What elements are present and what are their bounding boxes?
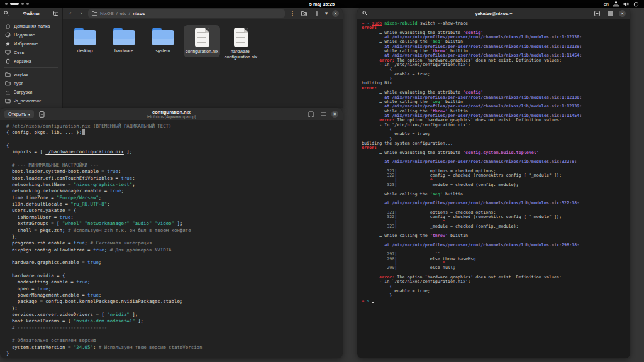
breadcrumb[interactable]: NixOS / etc / nixos	[88, 9, 285, 18]
new-tab-icon[interactable]	[38, 111, 47, 118]
open-button[interactable]: Открыть ▾	[4, 110, 34, 118]
new-tab-icon[interactable]	[592, 9, 601, 17]
forward-button[interactable]: ›	[77, 10, 85, 16]
code-line: - In `/etc/nixos/configuration.nix':	[362, 123, 630, 128]
breadcrumb-root[interactable]: NixOS	[100, 11, 114, 16]
hamburger-menu-icon[interactable]	[319, 111, 328, 118]
code-line: isNormalUser = true;	[6, 214, 343, 221]
code-line: # --- МИНИМАЛЬНЫЕ НАСТРОЙКИ ---	[6, 162, 343, 168]
volume-icon	[623, 1, 629, 7]
code-line: package = config.boot.kernelPackages.nvi…	[6, 299, 343, 305]
code-line: → ~ sudo nixos-rebuild switch --show-tra…	[362, 21, 630, 26]
code-line: system.stateVersion = "24.05"; # Использ…	[6, 344, 343, 351]
code-line: {	[6, 143, 343, 149]
code-line: services.xserver.videoDrivers = [ "nvidi…	[6, 312, 343, 318]
code-line: # --------------------------------	[6, 325, 343, 331]
close-button[interactable]: ✕	[619, 10, 626, 17]
sidebar-item-label: Сеть	[14, 50, 24, 55]
sidebar-item[interactable]: waybar	[3, 70, 60, 79]
file-tile[interactable]: hardware	[106, 25, 142, 57]
back-button[interactable]: ‹	[67, 10, 74, 16]
sidebar-item[interactable]: Избранные	[3, 39, 60, 48]
sidebar-item-label: Корзина	[14, 58, 31, 64]
breadcrumb-current[interactable]: nixos	[133, 11, 145, 16]
file-label: configuration.nix	[186, 48, 218, 54]
search-icon[interactable]	[362, 9, 368, 17]
file-tile[interactable]: system	[145, 25, 181, 57]
breadcrumb-etc[interactable]: etc	[120, 11, 126, 16]
sidebar-item-label: waybar	[14, 72, 29, 77]
sidebar-item-label: hypr	[14, 80, 23, 86]
code-line	[6, 156, 343, 162]
code-line: 323| _module = checked (config._module);	[362, 224, 630, 229]
kebab-menu-icon[interactable]: ⋮	[288, 9, 297, 17]
file-grid: desktophardwaresystemconfiguration.nixha…	[63, 19, 343, 108]
code-line: time.timeZone = "Europe/Warsaw";	[6, 195, 343, 201]
terminal-output[interactable]: → ~ sudo nixos-rebuild switch --show-tra…	[357, 19, 630, 358]
folder-icon	[152, 28, 174, 45]
network-icon	[613, 1, 619, 7]
close-button[interactable]: ✕	[331, 111, 338, 118]
code-line: powerManagement.enable = true;	[6, 292, 343, 299]
sidebar-item[interactable]: Корзина	[3, 57, 60, 65]
text-file-icon	[234, 28, 248, 47]
clock[interactable]: 5 maj 15:25	[309, 1, 335, 7]
code-line: hardware.nvidia = {	[6, 273, 343, 279]
tabs-overview-icon[interactable]	[606, 9, 614, 17]
workspace-dot[interactable]	[5, 3, 8, 5]
close-button[interactable]: ✕	[332, 10, 339, 17]
code-line: }	[6, 351, 343, 357]
folder-icon	[74, 28, 96, 45]
code-line	[6, 136, 343, 143]
sidebar-item-label: -b_newermor	[14, 98, 41, 104]
sidebar-item[interactable]: Загрузки	[3, 87, 60, 96]
code-line: at /nix/var/nix/profiles/per-user/root/c…	[362, 243, 630, 248]
code-line: extraGroups = [ "wheel" "networkmanager"…	[6, 221, 343, 227]
code-line: }	[362, 293, 630, 298]
code-line: 323| _module = checked (config._module);	[362, 183, 630, 187]
save-icon[interactable]	[306, 111, 315, 118]
workspace-dot[interactable]	[26, 3, 29, 5]
code-line: nixpkgs.config.allowUnfree = true; # Для…	[6, 247, 343, 253]
sidebar-item[interactable]: -b_newermor	[3, 96, 60, 105]
sidebar-separator	[4, 67, 58, 68]
file-tile[interactable]: hardware-configuration.nix	[223, 25, 259, 63]
sidebar-item-label: Избранные	[14, 41, 38, 47]
editor-text-area[interactable]: # /etc/nixos/configuration.nix (ВРЕМЕННЫ…	[0, 120, 343, 358]
code-line: # Обязательно оставляем версию	[6, 337, 343, 344]
file-tile[interactable]: configuration.nix	[184, 25, 220, 57]
code-line: users.users.yakatze = {	[6, 207, 343, 214]
keyboard-layout[interactable]: en	[604, 1, 609, 7]
code-line: imports = [ ./hardware-configuration.nix…	[6, 149, 343, 155]
search-folder-icon[interactable]	[300, 9, 309, 17]
code-line: i18n.defaultLocale = "ru_RU.UTF-8";	[6, 201, 343, 207]
folder-icon	[92, 11, 97, 16]
recent-icon	[5, 32, 11, 38]
sidebar-item[interactable]: hypr	[3, 79, 60, 87]
app-menu-icon[interactable]	[53, 9, 59, 17]
view-dropdown-chevron-icon[interactable]: ▾	[324, 9, 329, 17]
code-line: }	[362, 77, 630, 81]
code-line: hardware.graphics.enable = true;	[6, 260, 343, 266]
code-line: enable = true;	[362, 72, 630, 77]
network-icon	[5, 50, 11, 55]
star-icon	[5, 41, 11, 47]
search-icon[interactable]	[3, 9, 9, 17]
chevron-down-icon: ▾	[28, 112, 30, 116]
file-label: desktop	[77, 48, 92, 53]
app-title: Файлы	[12, 11, 50, 16]
file-tile[interactable]: desktop	[67, 25, 103, 57]
view-toggle-icon[interactable]	[312, 9, 321, 17]
terminal-header-bar: yakatze@nixos:~ ✕	[357, 8, 630, 19]
system-tray[interactable]: en	[604, 1, 639, 7]
workspace-dot[interactable]	[10, 3, 19, 5]
top-bar: 5 maj 15:25 en	[0, 0, 644, 8]
code-line: at /nix/var/nix/profiles/per-user/root/c…	[362, 201, 630, 206]
sidebar-item[interactable]: Недавние	[3, 30, 60, 39]
sidebar-item[interactable]: Домашняя папка	[3, 21, 60, 30]
code-line	[6, 253, 343, 260]
workspace-dot[interactable]	[21, 3, 24, 5]
sidebar-item[interactable]: Сеть	[3, 48, 60, 57]
code-line	[6, 266, 343, 273]
workspace-indicator[interactable]	[5, 3, 29, 5]
